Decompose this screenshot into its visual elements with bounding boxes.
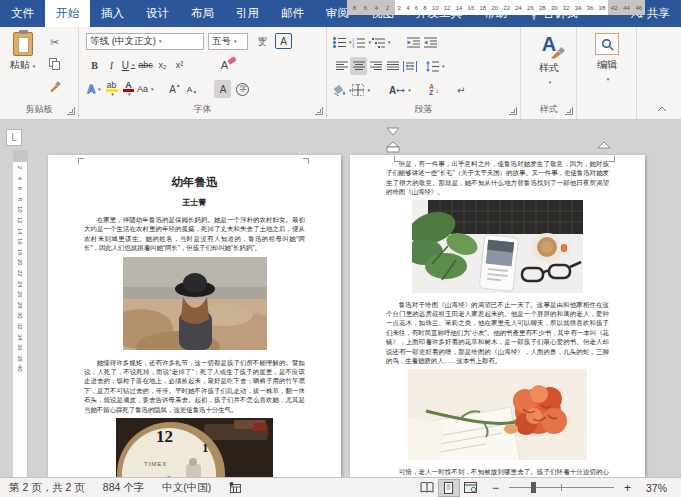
margin-crop-mark xyxy=(78,158,84,164)
paragraph-text: 在家里，伴随幼年鲁迅的是保姆长妈妈。她是一个淳朴的农村妇女。最初大约是一个生活在… xyxy=(48,215,341,253)
tab-design[interactable]: 设计 xyxy=(135,0,180,27)
eraser-icon xyxy=(227,56,236,65)
sort-button[interactable]: AZ↓ xyxy=(426,81,443,99)
shading-button[interactable] xyxy=(333,81,352,99)
asian-layout-button[interactable]: A xyxy=(389,81,412,99)
shrink-font-button[interactable]: A▼ xyxy=(183,80,200,98)
clipboard-dialog-launcher[interactable] xyxy=(67,107,75,115)
svg-text:TIMEX: TIMEX xyxy=(144,461,167,467)
font-color-button[interactable]: A xyxy=(120,80,137,98)
document-title: 幼年鲁迅 xyxy=(48,175,341,190)
font-size-combo[interactable]: 五号 xyxy=(208,33,248,50)
right-indent-marker[interactable] xyxy=(597,141,611,150)
tab-stop-selector[interactable]: L xyxy=(6,129,22,146)
font-group: 等线 (中文正文) 五号 wén 文 A B I U abc x₂ x² A A… xyxy=(79,27,327,119)
collapse-ribbon-button[interactable] xyxy=(657,103,667,114)
left-indent-marker[interactable] xyxy=(386,141,400,153)
web-layout-icon xyxy=(464,482,477,493)
paste-clipboard-icon xyxy=(13,32,33,56)
align-left-button[interactable] xyxy=(333,57,350,75)
up-caret-icon: ▲ xyxy=(176,82,181,88)
clear-formatting-button[interactable]: A xyxy=(216,56,233,74)
character-shading-button[interactable]: A xyxy=(214,80,231,98)
left-right-arrows-icon xyxy=(396,87,405,94)
chevron-up-icon xyxy=(657,106,667,112)
zoom-level[interactable]: 37% xyxy=(637,482,681,494)
bullets-button[interactable] xyxy=(333,33,352,51)
tab-home[interactable]: 开始 xyxy=(45,0,90,27)
text-effects-button[interactable]: A xyxy=(86,80,103,98)
copy-button[interactable] xyxy=(46,55,63,73)
margin-crop-mark xyxy=(609,156,615,162)
zoom-slider-thumb[interactable] xyxy=(531,482,536,493)
language-status[interactable]: 中文(中国) xyxy=(153,481,220,495)
read-mode-view-button[interactable] xyxy=(416,479,438,497)
decrease-indent-button[interactable] xyxy=(405,33,422,51)
photo-orange-carnation[interactable] xyxy=(408,369,587,460)
macro-record-button[interactable] xyxy=(220,482,251,493)
horizontal-ruler[interactable]: 2468101214161820222426283032343638 xyxy=(395,0,608,15)
enclose-characters-button[interactable]: 字 xyxy=(234,80,251,98)
bullet-list-icon xyxy=(333,37,346,48)
document-page-2[interactable]: 但是，有一件事，出乎意料之外，使鲁迅对她发生了敬意，因为，她对孩子们能够讲述一些… xyxy=(350,155,645,477)
clipboard-group: 粘贴 ✂ 剪贴板 xyxy=(0,27,79,119)
zoom-out-button[interactable]: − xyxy=(482,481,503,495)
tab-file[interactable]: 文件 xyxy=(0,0,45,27)
align-center-button[interactable] xyxy=(350,57,367,75)
borders-button[interactable] xyxy=(352,81,370,99)
subscript-button[interactable]: x₂ xyxy=(154,56,171,74)
photo-woman-black-hat-beach[interactable] xyxy=(123,257,267,350)
paste-button[interactable]: 粘贴 xyxy=(8,32,38,72)
phonetic-guide-button[interactable]: wén 文 xyxy=(254,32,271,50)
editing-button[interactable]: 编辑 xyxy=(592,33,622,83)
svg-text:1: 1 xyxy=(202,440,209,455)
paragraph-dialog-launcher[interactable] xyxy=(509,107,517,115)
justify-button[interactable] xyxy=(384,57,401,75)
grow-font-button[interactable]: A▲ xyxy=(166,80,183,98)
tab-references[interactable]: 引用 xyxy=(225,0,270,27)
show-hide-marks-button[interactable]: ↵ xyxy=(453,81,470,99)
font-dialog-launcher[interactable] xyxy=(315,107,323,115)
tab-insert[interactable]: 插入 xyxy=(90,0,135,27)
vertical-ruler[interactable]: 246810121416182022242628303234363840 xyxy=(13,150,28,477)
search-icon xyxy=(595,33,619,55)
word-count-status[interactable]: 884 个字 xyxy=(94,481,153,495)
styles-button[interactable]: A 样式 xyxy=(531,33,567,86)
decrease-indent-icon xyxy=(407,37,420,48)
change-case-button[interactable]: Aa xyxy=(137,80,154,98)
line-spacing-button[interactable] xyxy=(426,57,445,75)
multilevel-list-button[interactable] xyxy=(372,33,391,51)
photo-timex-clock[interactable]: 12 1 TIMEX xyxy=(116,418,273,477)
web-layout-view-button[interactable] xyxy=(460,479,482,497)
svg-text:3: 3 xyxy=(352,44,355,48)
zoom-slider[interactable] xyxy=(509,487,614,488)
styles-group: A 样式 样式 xyxy=(521,27,577,119)
numbering-button[interactable]: 123 xyxy=(352,33,371,51)
underline-button[interactable]: U xyxy=(120,56,137,74)
increase-indent-button[interactable] xyxy=(422,33,439,51)
highlight-color-button[interactable]: ab xyxy=(103,80,120,98)
bold-button[interactable]: B xyxy=(86,56,103,74)
document-page-1[interactable]: 幼年鲁迅 王士菁 在家里，伴随幼年鲁迅的是保姆长妈妈。她是一个淳朴的农村妇女。最… xyxy=(48,155,341,477)
first-line-indent-marker[interactable] xyxy=(386,127,400,136)
distribute-button[interactable] xyxy=(401,57,418,75)
styles-dialog-launcher[interactable] xyxy=(565,107,573,115)
strikethrough-button[interactable]: abc xyxy=(137,56,154,74)
zoom-in-button[interactable]: + xyxy=(620,481,637,495)
font-name-combo[interactable]: 等线 (中文正文) xyxy=(86,33,204,50)
horizontal-ruler-left-margin[interactable]: 8642 xyxy=(347,0,395,15)
borders-icon xyxy=(352,84,364,96)
align-right-button[interactable] xyxy=(367,57,384,75)
tab-layout[interactable]: 布局 xyxy=(180,0,225,27)
superscript-button[interactable]: x² xyxy=(171,56,188,74)
italic-button[interactable]: I xyxy=(103,56,120,74)
format-painter-button[interactable] xyxy=(46,77,63,95)
cut-button[interactable]: ✂ xyxy=(46,33,63,51)
print-layout-view-button[interactable] xyxy=(438,479,460,497)
page-number-status[interactable]: 第 2 页，共 2 页 xyxy=(0,481,94,495)
read-mode-icon xyxy=(420,482,434,493)
character-border-button[interactable]: A xyxy=(275,33,292,49)
photo-desk-flatlay[interactable] xyxy=(412,200,583,293)
tab-mailings[interactable]: 邮件 xyxy=(270,0,315,27)
horizontal-ruler-right-margin[interactable]: 424446 xyxy=(608,0,645,15)
